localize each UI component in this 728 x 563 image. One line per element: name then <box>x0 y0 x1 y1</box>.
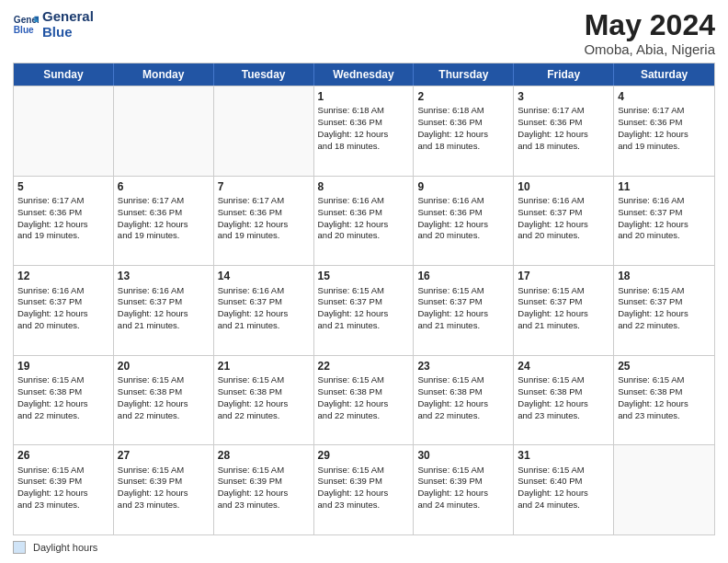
day-info: Daylight: 12 hours <box>417 488 509 500</box>
day-info: Sunrise: 6:16 AM <box>17 285 109 297</box>
day-info: Sunrise: 6:17 AM <box>518 105 609 117</box>
day-info: Daylight: 12 hours <box>417 398 509 410</box>
day-info: Sunrise: 6:15 AM <box>118 465 210 477</box>
day-number: 4 <box>618 89 711 104</box>
day-info: and 19 minutes. <box>118 230 210 242</box>
day-info: Daylight: 12 hours <box>518 129 609 141</box>
calendar-cell: 23Sunrise: 6:15 AMSunset: 6:38 PMDayligh… <box>414 356 514 445</box>
day-number: 13 <box>118 269 210 283</box>
day-info: and 24 minutes. <box>417 500 509 511</box>
day-info: Daylight: 12 hours <box>218 488 310 500</box>
day-info: Sunrise: 6:15 AM <box>618 285 711 297</box>
calendar-cell: 20Sunrise: 6:15 AMSunset: 6:38 PMDayligh… <box>114 356 214 445</box>
logo-blue: Blue <box>42 25 94 40</box>
day-info: Sunset: 6:38 PM <box>318 386 410 398</box>
calendar-cell: 8Sunrise: 6:16 AMSunset: 6:36 PMDaylight… <box>314 177 415 266</box>
day-info: Sunset: 6:39 PM <box>17 476 109 488</box>
day-info: Daylight: 12 hours <box>118 488 210 500</box>
day-number: 29 <box>318 448 410 463</box>
day-info: and 23 minutes. <box>17 500 109 511</box>
day-info: Sunrise: 6:15 AM <box>118 374 210 386</box>
day-info: Sunrise: 6:15 AM <box>518 285 609 297</box>
calendar-cell: 27Sunrise: 6:15 AMSunset: 6:39 PMDayligh… <box>114 445 214 534</box>
header: General Blue General Blue May 2024 Omoba… <box>13 9 715 57</box>
day-info: Sunset: 6:37 PM <box>518 207 609 219</box>
day-info: and 21 minutes. <box>318 320 410 332</box>
day-info: Daylight: 12 hours <box>318 398 410 410</box>
day-info: Sunset: 6:39 PM <box>318 476 410 488</box>
day-info: Sunset: 6:38 PM <box>618 386 711 398</box>
day-info: Daylight: 12 hours <box>118 219 210 231</box>
day-info: Sunset: 6:36 PM <box>318 117 410 129</box>
calendar-subtitle: Omoba, Abia, Nigeria <box>584 41 715 57</box>
day-info: Sunrise: 6:15 AM <box>417 285 509 297</box>
day-info: Daylight: 12 hours <box>518 488 609 500</box>
calendar-week-1: 1Sunrise: 6:18 AMSunset: 6:36 PMDaylight… <box>14 86 714 176</box>
day-info: and 21 minutes. <box>118 320 210 332</box>
calendar-header-saturday: Saturday <box>614 63 714 86</box>
day-info: Sunrise: 6:16 AM <box>518 195 609 207</box>
day-info: Sunset: 6:36 PM <box>417 117 509 129</box>
day-info: Sunrise: 6:16 AM <box>417 195 509 207</box>
day-info: Sunset: 6:39 PM <box>218 476 310 488</box>
calendar-cell: 15Sunrise: 6:15 AMSunset: 6:37 PMDayligh… <box>314 266 415 355</box>
day-info: Sunset: 6:39 PM <box>417 476 509 488</box>
day-info: Daylight: 12 hours <box>417 129 509 141</box>
day-info: Sunset: 6:38 PM <box>518 386 609 398</box>
calendar-cell: 9Sunrise: 6:16 AMSunset: 6:36 PMDaylight… <box>414 177 514 266</box>
day-number: 1 <box>318 89 410 104</box>
day-info: Sunset: 6:38 PM <box>218 386 310 398</box>
day-info: and 19 minutes. <box>17 230 109 242</box>
day-info: Daylight: 12 hours <box>618 308 711 320</box>
day-info: Sunrise: 6:15 AM <box>417 374 509 386</box>
calendar-cell: 24Sunrise: 6:15 AMSunset: 6:38 PMDayligh… <box>514 356 614 445</box>
calendar-cell: 13Sunrise: 6:16 AMSunset: 6:37 PMDayligh… <box>114 266 214 355</box>
calendar-cell: 25Sunrise: 6:15 AMSunset: 6:38 PMDayligh… <box>614 356 714 445</box>
day-info: Sunset: 6:38 PM <box>118 386 210 398</box>
day-info: Daylight: 12 hours <box>118 398 210 410</box>
day-info: and 20 minutes. <box>518 230 609 242</box>
day-number: 23 <box>417 359 509 373</box>
calendar-week-4: 19Sunrise: 6:15 AMSunset: 6:38 PMDayligh… <box>14 355 714 445</box>
day-info: Daylight: 12 hours <box>417 219 509 231</box>
day-info: and 21 minutes. <box>218 320 310 332</box>
day-number: 21 <box>218 359 310 373</box>
legend-box <box>13 541 26 554</box>
calendar-cell: 29Sunrise: 6:15 AMSunset: 6:39 PMDayligh… <box>314 445 415 534</box>
day-info: and 19 minutes. <box>218 230 310 242</box>
calendar-body: 1Sunrise: 6:18 AMSunset: 6:36 PMDaylight… <box>14 86 714 534</box>
day-info: Daylight: 12 hours <box>518 398 609 410</box>
day-number: 28 <box>218 448 310 463</box>
day-info: Sunrise: 6:15 AM <box>218 374 310 386</box>
day-info: Sunset: 6:38 PM <box>17 386 109 398</box>
calendar-cell: 1Sunrise: 6:18 AMSunset: 6:36 PMDaylight… <box>314 86 415 176</box>
day-number: 9 <box>417 179 509 194</box>
calendar-header-thursday: Thursday <box>414 63 514 86</box>
day-number: 22 <box>318 359 410 373</box>
calendar-cell: 3Sunrise: 6:17 AMSunset: 6:36 PMDaylight… <box>514 86 614 176</box>
calendar-cell <box>614 445 714 534</box>
day-info: Sunrise: 6:16 AM <box>318 195 410 207</box>
calendar-cell: 18Sunrise: 6:15 AMSunset: 6:37 PMDayligh… <box>614 266 714 355</box>
calendar-cell: 12Sunrise: 6:16 AMSunset: 6:37 PMDayligh… <box>14 266 114 355</box>
day-info: Daylight: 12 hours <box>618 219 711 231</box>
day-number: 30 <box>417 448 509 463</box>
logo: General Blue General Blue <box>13 9 94 40</box>
footer: Daylight hours <box>13 541 715 554</box>
day-info: Sunset: 6:37 PM <box>618 296 711 308</box>
day-info: Sunrise: 6:15 AM <box>417 465 509 477</box>
day-info: Sunrise: 6:16 AM <box>118 285 210 297</box>
day-info: Daylight: 12 hours <box>17 488 109 500</box>
day-info: and 18 minutes. <box>318 141 410 153</box>
calendar-week-3: 12Sunrise: 6:16 AMSunset: 6:37 PMDayligh… <box>14 265 714 355</box>
day-info: Sunset: 6:38 PM <box>417 386 509 398</box>
day-info: and 18 minutes. <box>417 141 509 153</box>
day-info: and 23 minutes. <box>518 410 609 422</box>
svg-text:Blue: Blue <box>14 25 34 35</box>
day-info: Daylight: 12 hours <box>17 308 109 320</box>
day-info: Sunset: 6:40 PM <box>518 476 609 488</box>
day-number: 27 <box>118 448 210 463</box>
day-number: 14 <box>218 269 310 283</box>
day-info: and 22 minutes. <box>417 410 509 422</box>
page: General Blue General Blue May 2024 Omoba… <box>0 0 728 563</box>
